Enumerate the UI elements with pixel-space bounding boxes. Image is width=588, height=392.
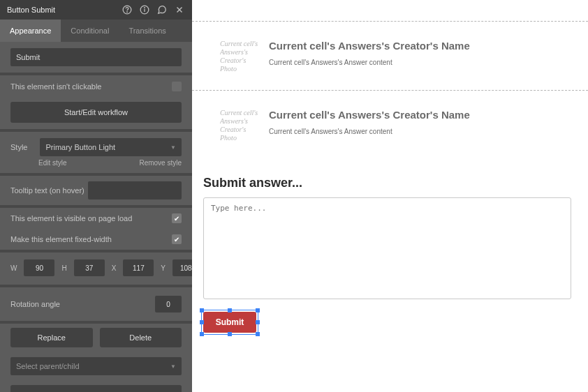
answer-author: Current cell's Answers's Creator's Name <box>269 109 470 121</box>
x-input[interactable] <box>123 259 154 276</box>
resize-handle[interactable] <box>256 332 260 336</box>
canvas: Current cell's Answers's Creator's Photo… <box>192 0 588 392</box>
answer-cell: Current cell's Answers's Creator's Photo… <box>192 21 588 90</box>
visible-checkbox[interactable]: ✔ <box>172 213 182 223</box>
avatar-placeholder: Current cell's Answers's Creator's Photo <box>220 109 260 142</box>
parent-child-dropdown[interactable]: Select parent/child ▼ <box>10 357 182 375</box>
property-tabs: Appearance Conditional Transitions <box>0 20 192 42</box>
tab-appearance[interactable]: Appearance <box>0 20 61 42</box>
svg-point-4 <box>145 8 145 8</box>
style-dropdown[interactable]: Primary Button Light ▼ <box>40 138 182 156</box>
fixed-width-label: Make this element fixed-width <box>10 235 172 243</box>
chevron-down-icon: ▼ <box>170 363 176 370</box>
panel-header-actions <box>122 4 185 15</box>
submit-button[interactable]: Submit <box>203 312 256 333</box>
answer-body: Current cell's Answers's Answer content <box>269 59 470 66</box>
replace-button[interactable]: Replace <box>10 328 93 347</box>
reveal-elements-button[interactable]: Reveal in the Elements tree <box>10 385 182 392</box>
tooltip-input[interactable] <box>88 181 182 199</box>
element-text-input[interactable] <box>10 48 182 66</box>
height-input[interactable] <box>74 259 105 276</box>
width-input[interactable] <box>24 259 54 276</box>
answer-author: Current cell's Answers's Creator's Name <box>269 40 470 52</box>
avatar-placeholder: Current cell's Answers's Creator's Photo <box>220 40 260 73</box>
submit-heading: Submit answer... <box>203 176 571 190</box>
h-label: H <box>61 264 66 272</box>
edit-style-link[interactable]: Edit style <box>38 159 67 167</box>
rotation-label: Rotation angle <box>10 300 60 308</box>
delete-button[interactable]: Delete <box>100 328 182 347</box>
style-value: Primary Button Light <box>45 143 115 151</box>
tooltip-label: Tooltip text (on hover) <box>10 186 88 195</box>
comment-icon[interactable] <box>156 4 168 15</box>
clickable-label: This element isn't clickable <box>10 82 102 91</box>
y-input[interactable] <box>172 259 192 276</box>
svg-point-1 <box>127 12 128 13</box>
w-label: W <box>10 264 17 272</box>
info-icon[interactable] <box>139 4 150 15</box>
start-workflow-button[interactable]: Start/Edit workflow <box>10 102 182 123</box>
fixed-width-checkbox[interactable]: ✔ <box>172 234 182 244</box>
answer-body: Current cell's Answers's Answer content <box>269 128 470 135</box>
help-icon[interactable] <box>122 4 133 15</box>
panel-header: Button Submit <box>0 0 192 20</box>
resize-handle[interactable] <box>256 308 260 312</box>
tab-transitions[interactable]: Transitions <box>119 20 175 42</box>
chevron-down-icon: ▼ <box>170 144 176 151</box>
tab-conditional[interactable]: Conditional <box>61 20 119 42</box>
clickable-checkbox[interactable] <box>172 82 182 91</box>
x-label: X <box>112 264 117 272</box>
close-icon[interactable] <box>174 4 185 15</box>
remove-style-link[interactable]: Remove style <box>139 159 182 167</box>
rotation-input[interactable] <box>155 296 182 312</box>
panel-title: Button Submit <box>7 6 122 14</box>
resize-handle[interactable] <box>200 332 204 336</box>
submit-area: Submit answer... Submit <box>192 159 588 333</box>
selected-element-frame: Submit <box>203 312 256 333</box>
y-label: Y <box>161 264 166 272</box>
answer-textarea[interactable] <box>203 197 571 299</box>
parent-child-label: Select parent/child <box>16 362 80 370</box>
style-label: Style <box>10 143 27 151</box>
dimensions-row: W H X Y <box>0 252 192 285</box>
answer-cell: Current cell's Answers's Creator's Photo… <box>192 90 588 159</box>
property-panel: Button Submit Appearance Conditional Tra… <box>0 0 192 392</box>
visible-label: This element is visible on page load <box>10 214 172 223</box>
